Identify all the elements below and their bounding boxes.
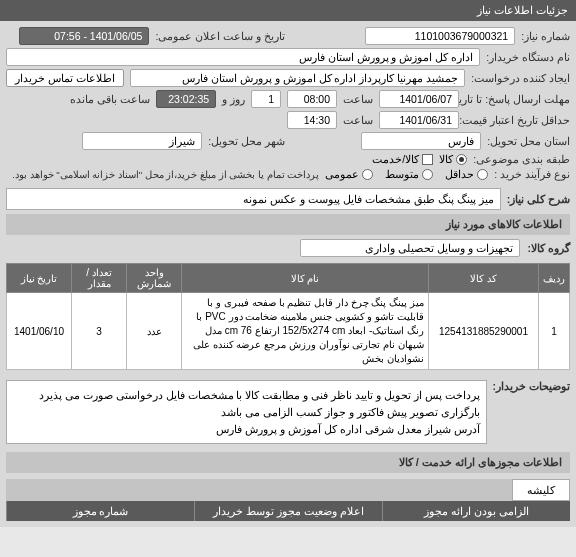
checkbox-service (422, 154, 433, 165)
th-code: کد کالا (429, 264, 539, 293)
table-header-row: ردیف کد کالا نام کالا واحد شمارش تعداد /… (7, 264, 570, 293)
th-idx: ردیف (539, 264, 570, 293)
lbl-requester: ایجاد کننده درخواست: (471, 72, 570, 84)
lbl-group: گروه کالا: (528, 242, 570, 254)
tab-template[interactable]: کلیشه (512, 479, 570, 501)
lbl-hour1: ساعت (343, 93, 373, 105)
field-province: فارس (361, 132, 481, 150)
field-desc: میز پینگ پنگ طبق مشخصات فایل پیوست و عکس… (6, 188, 501, 210)
lbl-buyer: نام دستگاه خریدار: (486, 51, 570, 63)
proc1-label: حداقل (445, 168, 474, 180)
th-unit: واحد شمارش (127, 264, 182, 293)
lbl-explain: توضیحات خریدار: (493, 376, 570, 392)
lbl-category: طبقه بندی موضوعی: (473, 153, 570, 165)
field-group: تجهیزات و وسایل تحصیلی واداری (300, 239, 520, 257)
main-panel-body: شماره نیاز: 1101003679000321 تاریخ و ساع… (0, 21, 576, 527)
field-req-no: 1101003679000321 (365, 27, 515, 45)
field-requester: جمشید مهرنیا کارپرداز اداره کل اموزش و پ… (130, 69, 465, 87)
chk-goods-label: کالا (439, 153, 453, 165)
bottom-cell-1: الزامی بودن ارائه مجوز (382, 501, 570, 521)
explain-box: پرداخت پس از تحویل و تایید ناظر فنی و مط… (6, 380, 487, 444)
field-buyer: اداره کل اموزش و پرورش استان فارس (6, 48, 480, 66)
radio-dot-2 (422, 169, 433, 180)
field-city: شیراز (82, 132, 202, 150)
td-idx: 1 (539, 293, 570, 370)
field-days: 1 (251, 90, 281, 108)
lbl-deadline: مهلت ارسال پاسخ: تا تاریخ: (465, 93, 570, 105)
lbl-req-no: شماره نیاز: (521, 30, 570, 42)
lbl-announce: تاریخ و ساعت اعلان عمومی: (155, 30, 285, 42)
th-date: تاریخ نیاز (7, 264, 72, 293)
proc2-label: متوسط (385, 168, 419, 180)
lbl-row: روز و (222, 93, 245, 105)
header-main-text: جزئیات اطلاعات نیاز (477, 4, 568, 16)
radio-dot-1 (477, 169, 488, 180)
field-deadline-date: 1401/06/07 (379, 90, 459, 108)
lbl-province: استان محل تحویل: (487, 135, 570, 147)
panel-header-main: جزئیات اطلاعات نیاز (0, 0, 576, 21)
td-date: 1401/06/10 (7, 293, 72, 370)
goods-table: ردیف کد کالا نام کالا واحد شمارش تعداد /… (6, 263, 570, 370)
proc-note: پرداخت تمام یا بخشی از مبلغ خرید،از محل … (12, 169, 319, 180)
bottom-cell-3: شماره مجوز (6, 501, 194, 521)
bottom-bar: الزامی بودن ارائه مجوز اعلام وضعیت مجوز … (6, 501, 570, 521)
td-code: 1254131885290001 (429, 293, 539, 370)
chk-service-label: کالا/خدمت (372, 153, 419, 165)
goods-header: اطلاعات کالاهای مورد نیاز (6, 214, 570, 235)
field-deadline-time: 08:00 (287, 90, 337, 108)
process-radio-group: حداقل متوسط عمومی (325, 168, 488, 180)
radio-dot-3 (362, 169, 373, 180)
lbl-validity: حداقل تاریخ اعتبار قیمت: تا تاریخ: (465, 114, 570, 126)
permit-header-text: اطلاعات مجوزهای ارائه خدمت / کالا (399, 456, 562, 468)
chk-service[interactable]: کالا/خدمت (372, 153, 433, 165)
field-announce: 1401/06/05 - 07:56 (19, 27, 149, 45)
lbl-desc-title: شرح کلی نیاز: (507, 193, 570, 205)
proc3-label: عمومی (325, 168, 359, 180)
td-qty: 3 (72, 293, 127, 370)
field-validity-date: 1401/06/31 (379, 111, 459, 129)
table-row: 1 1254131885290001 میز پینگ پنگ چرخ دار … (7, 293, 570, 370)
bottom-cell-2: اعلام وضعیت مجوز توسط خریدار (194, 501, 382, 521)
td-name: میز پینگ پنگ چرخ دار قابل تنظیم با صفحه … (182, 293, 429, 370)
lbl-hour2: ساعت (343, 114, 373, 126)
permit-header: اطلاعات مجوزهای ارائه خدمت / کالا (6, 452, 570, 473)
radio-proc3[interactable]: عمومی (325, 168, 373, 180)
lbl-process: نوع فرآیند خرید : (494, 168, 570, 180)
th-name: نام کالا (182, 264, 429, 293)
lbl-remain: ساعت باقی مانده (70, 93, 150, 105)
radio-dot-goods (456, 154, 467, 165)
radio-proc1[interactable]: حداقل (445, 168, 488, 180)
contact-info-button[interactable]: اطلاعات تماس خریدار (6, 69, 124, 87)
lbl-city: شهر محل تحویل: (208, 135, 285, 147)
chk-goods[interactable]: کالا (439, 153, 467, 165)
field-remain: 23:02:35 (156, 90, 216, 108)
radio-proc2[interactable]: متوسط (385, 168, 433, 180)
tabs-bar: کلیشه (6, 479, 570, 501)
goods-header-text: اطلاعات کالاهای مورد نیاز (446, 218, 562, 230)
field-validity-time: 14:30 (287, 111, 337, 129)
th-qty: تعداد / مقدار (72, 264, 127, 293)
td-unit: عدد (127, 293, 182, 370)
table-container: ردیف کد کالا نام کالا واحد شمارش تعداد /… (6, 263, 570, 370)
